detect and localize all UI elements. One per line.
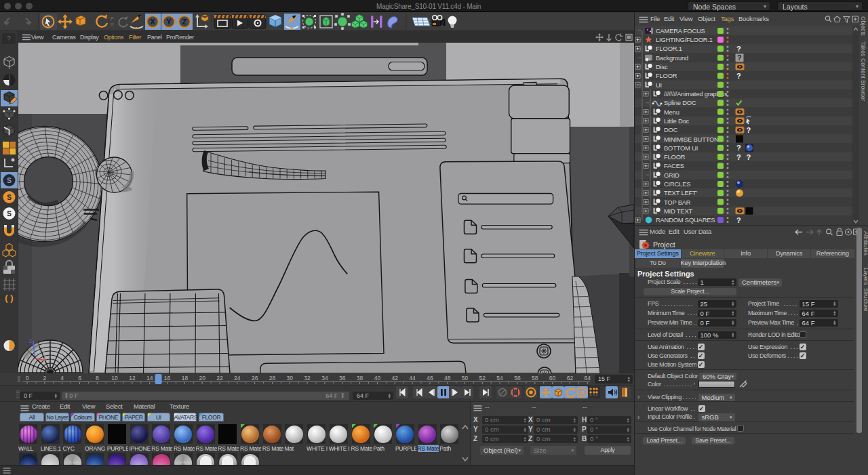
svg-text:62: 62: [567, 375, 574, 381]
svg-text:?: ?: [7, 35, 11, 43]
svg-text:CAMERA FOCUS: CAMERA FOCUS: [656, 27, 705, 35]
svg-text:48: 48: [444, 375, 451, 381]
svg-text:0: 0: [26, 375, 29, 381]
svg-text:FLOOR: FLOOR: [656, 72, 677, 79]
svg-text:36: 36: [339, 375, 346, 381]
svg-text:UI: UI: [656, 81, 662, 89]
svg-text:24: 24: [234, 375, 241, 381]
svg-text:38: 38: [357, 375, 363, 381]
svg-text:R: R: [111, 22, 114, 27]
svg-text:52: 52: [479, 375, 486, 381]
svg-text:X: X: [150, 18, 155, 26]
svg-text:Menu: Menu: [664, 108, 679, 116]
svg-text:4: 4: [60, 375, 64, 381]
svg-text:S: S: [7, 194, 12, 201]
svg-text:42: 42: [391, 375, 398, 381]
svg-text:RANDOM SQUARES: RANDOM SQUARES: [656, 216, 715, 224]
svg-text:Disc: Disc: [656, 63, 668, 70]
svg-text:FACES: FACES: [664, 162, 684, 169]
svg-text:?: ?: [737, 54, 742, 62]
svg-text:?: ?: [736, 45, 741, 53]
svg-text:?: ?: [747, 153, 751, 161]
svg-text:64: 64: [584, 375, 591, 381]
svg-text:?: ?: [736, 72, 741, 80]
svg-text:20: 20: [199, 375, 205, 381]
svg-text:FLOOR.1: FLOOR.1: [656, 45, 682, 52]
svg-text:LIGHTING/FLOOR.1: LIGHTING/FLOOR.1: [656, 36, 713, 43]
svg-text:( ): ( ): [5, 293, 13, 303]
svg-text:14: 14: [146, 375, 153, 381]
svg-text:12: 12: [129, 375, 136, 381]
svg-text:S: S: [7, 177, 12, 184]
svg-text:34: 34: [321, 375, 328, 381]
svg-text:22: 22: [216, 375, 223, 381]
svg-text:18: 18: [182, 375, 189, 381]
svg-text:8: 8: [96, 375, 99, 381]
svg-text:BOTTOM UI: BOTTOM UI: [664, 144, 698, 152]
svg-text:44: 44: [409, 375, 416, 381]
svg-text:26: 26: [252, 375, 258, 381]
svg-text:MID TEXT: MID TEXT: [664, 207, 692, 215]
svg-text:?: ?: [736, 153, 741, 161]
svg-text:FLOOR: FLOOR: [664, 153, 686, 161]
svg-text:?: ?: [736, 144, 741, 152]
svg-text:60: 60: [549, 375, 556, 381]
svg-text:S: S: [7, 210, 12, 218]
svg-text:46: 46: [427, 375, 433, 381]
svg-text:10: 10: [111, 375, 118, 381]
svg-text:28: 28: [269, 375, 276, 381]
svg-text:56: 56: [514, 375, 521, 381]
svg-text:Z: Z: [29, 339, 33, 344]
svg-text:DOC: DOC: [664, 126, 678, 133]
svg-text:TOP BAR: TOP BAR: [664, 199, 691, 206]
svg-text:58: 58: [532, 375, 538, 381]
svg-text:50: 50: [462, 375, 469, 381]
svg-text:P: P: [111, 16, 114, 21]
svg-text:Background: Background: [656, 54, 688, 62]
svg-text:?: ?: [736, 216, 741, 224]
svg-text:Y: Y: [166, 18, 171, 26]
svg-text:GRID: GRID: [664, 171, 679, 179]
svg-text:32: 32: [304, 375, 311, 381]
svg-text:P: P: [580, 390, 584, 396]
svg-text:54: 54: [496, 375, 503, 381]
svg-text:16: 16: [164, 375, 171, 381]
svg-text:?: ?: [747, 126, 751, 134]
svg-text:TEXT LEFT': TEXT LEFT': [664, 189, 698, 197]
svg-text:Z: Z: [182, 18, 187, 26]
svg-text:40: 40: [374, 375, 381, 381]
svg-text:30: 30: [287, 375, 294, 381]
svg-text:Little Doc: Little Doc: [664, 117, 690, 125]
svg-text:6: 6: [78, 375, 81, 381]
svg-text:CIRCLES: CIRCLES: [664, 180, 690, 188]
svg-text:MINIMISE BUTTON: MINIMISE BUTTON: [664, 136, 719, 143]
svg-text:2: 2: [43, 375, 46, 381]
svg-text:Spline DOC: Spline DOC: [664, 99, 696, 106]
